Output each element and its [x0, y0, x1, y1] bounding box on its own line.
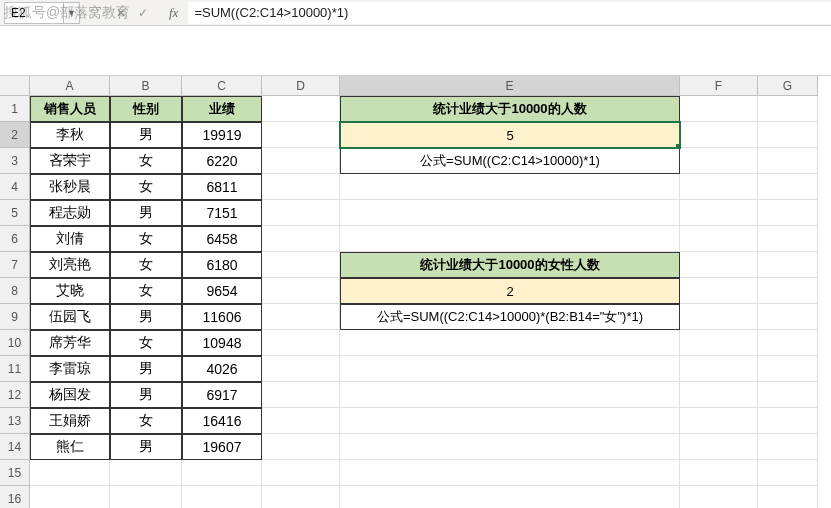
row-header-15[interactable]: 15	[0, 460, 30, 486]
cell[interactable]	[340, 356, 680, 382]
cell[interactable]	[758, 148, 818, 174]
cell[interactable]	[182, 460, 262, 486]
cell[interactable]	[680, 148, 758, 174]
cell[interactable]	[340, 200, 680, 226]
column-header-C[interactable]: C	[182, 76, 262, 96]
cell[interactable]	[30, 486, 110, 508]
cell[interactable]	[680, 330, 758, 356]
select-all-corner[interactable]	[0, 76, 30, 96]
cell[interactable]	[680, 460, 758, 486]
column-header-B[interactable]: B	[110, 76, 182, 96]
data-gender-cell[interactable]: 女	[110, 226, 182, 252]
cell[interactable]	[758, 434, 818, 460]
row-header-6[interactable]: 6	[0, 226, 30, 252]
data-gender-cell[interactable]: 女	[110, 252, 182, 278]
box2-formula[interactable]: 公式=SUM((C2:C14>10000)*(B2:B14="女")*1)	[340, 304, 680, 330]
row-header-3[interactable]: 3	[0, 148, 30, 174]
formula-bar[interactable]: =SUM((C2:C14>10000)*1)	[188, 2, 831, 24]
data-perf-cell[interactable]: 10948	[182, 330, 262, 356]
cell[interactable]	[680, 200, 758, 226]
row-header-12[interactable]: 12	[0, 382, 30, 408]
row-header-1[interactable]: 1	[0, 96, 30, 122]
row-header-9[interactable]: 9	[0, 304, 30, 330]
row-header-2[interactable]: 2	[0, 122, 30, 148]
cell[interactable]	[340, 330, 680, 356]
cell[interactable]	[680, 434, 758, 460]
cell[interactable]	[262, 96, 340, 122]
data-name-cell[interactable]: 杨国发	[30, 382, 110, 408]
cell[interactable]	[262, 356, 340, 382]
data-perf-cell[interactable]: 6917	[182, 382, 262, 408]
data-perf-cell[interactable]: 6220	[182, 148, 262, 174]
cell[interactable]	[262, 122, 340, 148]
cell[interactable]	[110, 460, 182, 486]
data-perf-cell[interactable]: 19607	[182, 434, 262, 460]
cell[interactable]	[340, 408, 680, 434]
cell[interactable]	[680, 252, 758, 278]
data-name-cell[interactable]: 刘倩	[30, 226, 110, 252]
data-gender-cell[interactable]: 女	[110, 330, 182, 356]
box1-value[interactable]: 5	[340, 122, 680, 148]
data-perf-cell[interactable]: 7151	[182, 200, 262, 226]
header-gender[interactable]: 性别	[110, 96, 182, 122]
cell[interactable]	[680, 382, 758, 408]
cell[interactable]	[758, 174, 818, 200]
cell[interactable]	[262, 434, 340, 460]
cell[interactable]	[758, 356, 818, 382]
cell[interactable]	[758, 408, 818, 434]
data-name-cell[interactable]: 张秒晨	[30, 174, 110, 200]
column-header-D[interactable]: D	[262, 76, 340, 96]
cell[interactable]	[758, 330, 818, 356]
row-header-5[interactable]: 5	[0, 200, 30, 226]
data-gender-cell[interactable]: 男	[110, 382, 182, 408]
cell[interactable]	[262, 226, 340, 252]
data-gender-cell[interactable]: 男	[110, 434, 182, 460]
row-header-11[interactable]: 11	[0, 356, 30, 382]
cell[interactable]	[340, 226, 680, 252]
cell[interactable]	[758, 200, 818, 226]
cell[interactable]	[340, 486, 680, 508]
cell[interactable]	[758, 382, 818, 408]
data-name-cell[interactable]: 席芳华	[30, 330, 110, 356]
box1-title[interactable]: 统计业绩大于10000的人数	[340, 96, 680, 122]
data-perf-cell[interactable]: 6811	[182, 174, 262, 200]
box1-formula[interactable]: 公式=SUM((C2:C14>10000)*1)	[340, 148, 680, 174]
cell[interactable]	[680, 226, 758, 252]
cell[interactable]	[340, 174, 680, 200]
cell[interactable]	[262, 174, 340, 200]
cell[interactable]	[758, 460, 818, 486]
data-gender-cell[interactable]: 女	[110, 174, 182, 200]
cell[interactable]	[680, 122, 758, 148]
data-perf-cell[interactable]: 11606	[182, 304, 262, 330]
fx-icon[interactable]: fx	[169, 5, 178, 21]
cell[interactable]	[758, 304, 818, 330]
cell[interactable]	[680, 356, 758, 382]
row-header-8[interactable]: 8	[0, 278, 30, 304]
box2-value[interactable]: 2	[340, 278, 680, 304]
data-gender-cell[interactable]: 男	[110, 200, 182, 226]
data-perf-cell[interactable]: 6180	[182, 252, 262, 278]
cell[interactable]	[262, 200, 340, 226]
cell[interactable]	[758, 122, 818, 148]
row-header-14[interactable]: 14	[0, 434, 30, 460]
cell[interactable]	[758, 486, 818, 508]
cell[interactable]	[262, 486, 340, 508]
data-name-cell[interactable]: 王娟娇	[30, 408, 110, 434]
cell[interactable]	[758, 226, 818, 252]
cell[interactable]	[262, 304, 340, 330]
cell[interactable]	[262, 252, 340, 278]
data-name-cell[interactable]: 李秋	[30, 122, 110, 148]
cell[interactable]	[340, 434, 680, 460]
row-header-4[interactable]: 4	[0, 174, 30, 200]
data-perf-cell[interactable]: 6458	[182, 226, 262, 252]
cell[interactable]	[262, 330, 340, 356]
box2-title[interactable]: 统计业绩大于10000的女性人数	[340, 252, 680, 278]
data-name-cell[interactable]: 程志勋	[30, 200, 110, 226]
data-gender-cell[interactable]: 女	[110, 278, 182, 304]
cell[interactable]	[262, 408, 340, 434]
cell[interactable]	[758, 278, 818, 304]
cell[interactable]	[680, 304, 758, 330]
data-name-cell[interactable]: 熊仁	[30, 434, 110, 460]
cell[interactable]	[680, 278, 758, 304]
cell[interactable]	[758, 96, 818, 122]
